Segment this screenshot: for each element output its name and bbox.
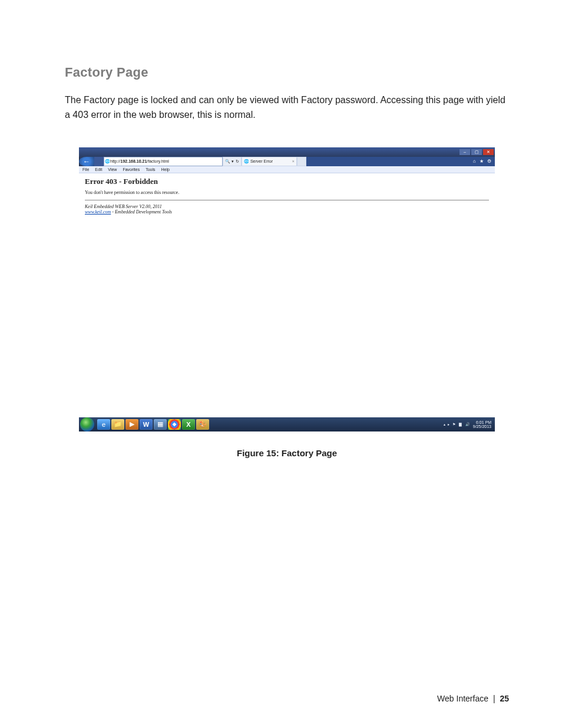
clock-time: 6:01 PM: [476, 420, 491, 424]
error-heading: Error 403 - Forbidden: [85, 177, 489, 186]
browser-tools[interactable]: ⌂ ★ ⚙: [471, 157, 495, 166]
menu-favorites[interactable]: Favorites: [123, 167, 140, 172]
taskbar-clock[interactable]: 6:01 PM 9/25/2013: [473, 420, 491, 429]
server-signature: Keil Embedded WEB Server V2.00, 2011: [85, 204, 489, 209]
server-link-tail: - Embedded Development Tools: [111, 209, 172, 215]
menu-view[interactable]: View: [108, 167, 117, 172]
taskbar-word-icon[interactable]: W: [140, 419, 153, 430]
clock-date: 9/25/2013: [473, 424, 491, 429]
new-tab-button[interactable]: [297, 157, 306, 166]
system-tray[interactable]: ▴ ▸ ⚑ ▇ 🔊 6:01 PM 9/25/2013: [441, 420, 494, 429]
server-link[interactable]: www.keil.com: [85, 209, 111, 215]
section-heading: Factory Page: [65, 65, 509, 80]
taskbar-chrome-icon[interactable]: [168, 419, 181, 430]
tray-expand-icon[interactable]: ▴: [444, 422, 445, 426]
error-message: You don't have permission to access this…: [85, 190, 489, 195]
nav-back-button[interactable]: ←: [79, 157, 94, 166]
browser-menubar: File Edit View Favorites Tools Help: [79, 166, 495, 173]
url-scheme: http://: [110, 159, 121, 163]
footer-section: Web Interface: [437, 694, 488, 703]
browser-navbar: ← 🌐 http://192.168.10.21/factory.html 🔍 …: [79, 157, 495, 166]
menu-edit[interactable]: Edit: [95, 167, 102, 172]
tab-favicon: 🌐: [244, 159, 249, 164]
tab-close-button[interactable]: ×: [292, 159, 295, 163]
taskbar-paint-icon[interactable]: 🎨: [196, 419, 209, 430]
browser-tab[interactable]: 🌐 Server Error ×: [242, 157, 297, 166]
tray-icons[interactable]: ▸ ⚑ ▇ 🔊: [448, 422, 471, 426]
window-titlebar: – ▢ ✕: [79, 147, 495, 157]
page-footer: Web Interface | 25: [437, 694, 509, 703]
content-divider: [85, 200, 489, 200]
url-path: /factory.html: [147, 159, 169, 163]
screenshot-figure: – ▢ ✕ ← 🌐 http://192.168.10.21/factory.h…: [79, 147, 495, 431]
taskbar-calculator-icon[interactable]: ▦: [154, 419, 167, 430]
start-button[interactable]: [80, 417, 94, 431]
window-close-button[interactable]: ✕: [483, 149, 494, 155]
taskbar-mediaplayer-icon[interactable]: ▶: [125, 419, 138, 430]
tab-title: Server Error: [250, 159, 273, 163]
taskbar-explorer-icon[interactable]: 📁: [111, 419, 124, 430]
address-bar-buttons[interactable]: 🔍 ▾ ↻: [223, 157, 242, 166]
window-minimize-button[interactable]: –: [459, 149, 470, 155]
search-icon[interactable]: 🔍 ▾: [225, 159, 234, 164]
window-maximize-button[interactable]: ▢: [471, 149, 482, 155]
url-host: 192.168.10.21: [121, 159, 147, 163]
figure-caption: Figure 15: Factory Page: [65, 448, 509, 458]
taskbar-ie-icon[interactable]: e: [97, 419, 110, 430]
menu-file[interactable]: File: [82, 167, 89, 172]
menu-help[interactable]: Help: [161, 167, 170, 172]
address-bar[interactable]: 🌐 http://192.168.10.21/factory.html: [104, 157, 223, 166]
globe-icon: 🌐: [104, 159, 110, 164]
server-link-line: www.keil.com - Embedded Development Tool…: [85, 209, 489, 215]
footer-separator: |: [493, 694, 495, 703]
taskbar: e 📁 ▶ W ▦ X 🎨 ▴ ▸ ⚑ ▇ 🔊 6:01 PM 9/25/201…: [79, 417, 495, 431]
refresh-icon[interactable]: ↻: [236, 159, 239, 164]
page-content: Error 403 - Forbidden You don't have per…: [79, 173, 495, 417]
footer-page-number: 25: [500, 694, 509, 703]
nav-forward-button[interactable]: [94, 157, 104, 166]
menu-tools[interactable]: Tools: [146, 167, 155, 172]
taskbar-excel-icon[interactable]: X: [182, 419, 195, 430]
body-paragraph: The Factory page is locked and can only …: [65, 93, 509, 123]
